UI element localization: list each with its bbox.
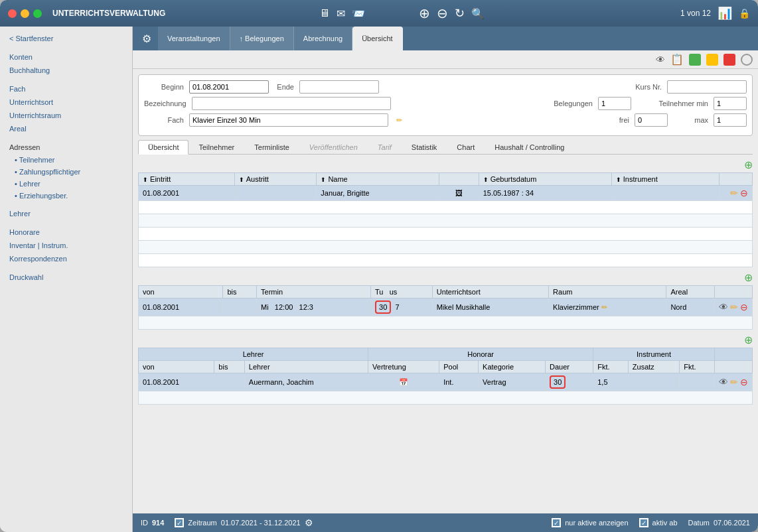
frei-input[interactable] (635, 113, 668, 127)
sub-tab-statistik[interactable]: Statistik (402, 140, 447, 154)
sidebar-item-unterrichtsraum[interactable]: Unterrichtsraum (0, 109, 132, 122)
col-raum[interactable]: Raum (549, 286, 666, 299)
delete-row-icon[interactable]: ⊖ (740, 188, 748, 198)
add-participant-button[interactable]: ⊕ (744, 159, 753, 171)
col-lehrer-von[interactable]: von (139, 361, 214, 373)
sidebar-item-druckwahl[interactable]: Druckwahl (0, 271, 132, 284)
col-termin[interactable]: Termin (257, 286, 371, 299)
zeitraum-checkbox[interactable]: ✓ (175, 518, 184, 527)
delete-termin-icon[interactable]: ⊖ (740, 302, 748, 312)
sidebar-item-zahlungspflichtiger[interactable]: • Zahlungspflichtiger (0, 166, 132, 178)
sidebar-item-areal[interactable]: Areal (0, 122, 132, 135)
edit-fach-icon[interactable]: ✏ (394, 116, 402, 125)
mail-icon[interactable]: ✉ (337, 7, 345, 20)
table-row[interactable]: 01.08.2001 Januar, Brigitte 🖼 15.05.1987… (139, 186, 753, 201)
tab-veranstaltungen[interactable]: Veranstaltungen (158, 27, 230, 50)
sidebar-item-korrespondenzen[interactable]: Korrespondenzen (0, 252, 132, 265)
beginn-input[interactable] (189, 80, 269, 94)
note-icon[interactable]: 📋 (670, 53, 684, 66)
col-geburtsdatum[interactable]: ⬆ Geburtsdatum (479, 173, 611, 186)
col-eintritt[interactable]: ⬆ Eintritt (139, 173, 235, 186)
sidebar-item-lehrer[interactable]: • Lehrer (0, 178, 132, 190)
add-termin-button[interactable]: ⊕ (744, 271, 753, 284)
aktiv-ab-checkbox[interactable]: ✓ (639, 518, 648, 527)
sidebar-item-lehrer-main[interactable]: Lehrer (0, 207, 132, 220)
col-lehrer-name[interactable]: Lehrer (244, 361, 368, 373)
col-unterrichtsort[interactable]: Unterrichtsort (432, 286, 548, 299)
col-bis[interactable]: bis (223, 286, 257, 299)
belegungen-input[interactable] (598, 97, 631, 110)
minimize-button[interactable] (21, 9, 29, 18)
sub-tab-terminliste[interactable]: Terminliste (244, 140, 299, 154)
add-lehrer-button[interactable]: ⊕ (744, 334, 753, 346)
col-turnus[interactable]: Tu us (371, 286, 433, 299)
nur-aktive-checkbox[interactable]: ✓ (552, 518, 561, 527)
view-termin-icon[interactable]: 👁 (719, 302, 728, 312)
status-yellow (706, 54, 718, 66)
col-vertretung[interactable]: Vertretung (368, 361, 439, 373)
teilnehmer-min-input[interactable] (714, 97, 747, 110)
col-fkt[interactable]: Fkt. (593, 361, 629, 373)
chart-bar-icon[interactable]: 📊 (718, 6, 732, 21)
sub-tab-uebersicht[interactable]: Übersicht (138, 140, 189, 155)
bezeichnung-input[interactable] (192, 97, 391, 110)
cell-kategorie: Vertrag (479, 373, 546, 391)
edit-termin-icon[interactable]: ✏ (730, 302, 738, 312)
col-austritt[interactable]: ⬆ Austritt (235, 173, 317, 186)
sidebar-item-honorare[interactable]: Honorare (0, 226, 132, 239)
col-dauer[interactable]: Dauer (546, 361, 593, 373)
sidebar-item-unterrichtsort[interactable]: Unterrichtsort (0, 96, 132, 109)
view-lehrer-icon[interactable]: 👁 (719, 377, 728, 387)
sidebar-item-inventar[interactable]: Inventar | Instrum. (0, 239, 132, 252)
col-name[interactable]: ⬆ Name (317, 173, 439, 186)
tab-uebersicht[interactable]: Übersicht (352, 27, 402, 50)
col-kategorie[interactable]: Kategorie (479, 361, 546, 373)
form-section: Beginn Ende Kurs Nr. Bezeichnung Belegun… (138, 74, 753, 136)
sub-tab-chart[interactable]: Chart (447, 140, 485, 154)
settings-icon[interactable]: ⚙ (139, 31, 154, 46)
cell-bis (223, 299, 257, 316)
fach-input[interactable] (189, 113, 388, 127)
table-row[interactable]: 01.08.2001 Mi 12:00 12:3 30 7 Mikel Musi… (139, 299, 753, 316)
cell-lehrer-name: Auermann, Joachim (244, 373, 368, 391)
sort-icon: ⬆ (321, 176, 326, 183)
maximize-button[interactable] (33, 9, 42, 18)
frei-label: frei (613, 116, 629, 124)
sidebar-item-fach[interactable]: Fach (0, 82, 132, 96)
sidebar-item-startfenster[interactable]: < Startfenster (0, 32, 132, 45)
sidebar-item-teilnehmer[interactable]: • Teilnehmer (0, 154, 132, 166)
col-pool[interactable]: Pool (439, 361, 479, 373)
close-button[interactable] (8, 9, 17, 18)
edit-lehrer-icon[interactable]: ✏ (730, 377, 738, 387)
tab-abrechnung[interactable]: Abrechnung (294, 27, 352, 50)
eye-icon[interactable]: 👁 (656, 54, 665, 65)
cell-unterrichtsort: Mikel Musikhalle (432, 299, 548, 316)
delete-lehrer-icon[interactable]: ⊖ (740, 377, 748, 387)
col-von[interactable]: von (139, 286, 223, 299)
sub-tab-haushalt[interactable]: Haushalt / Controlling (485, 140, 574, 154)
col-fkt2[interactable]: Fkt. (680, 361, 715, 373)
col-instrument[interactable]: ⬆ Instrument (611, 173, 719, 186)
edit-row-icon[interactable]: ✏ (730, 188, 738, 198)
aktiv-ab-label: aktiv ab (652, 519, 678, 527)
mail-open-icon[interactable]: 📨 (352, 7, 365, 20)
table-row[interactable]: 01.08.2001 Auermann, Joachim 📅 Int. Vert… (139, 373, 753, 391)
sidebar-item-buchhaltung[interactable]: Buchhaltung (0, 64, 132, 77)
search-icon[interactable]: 🔍 (471, 7, 485, 20)
cell-vertretung: 📅 (368, 373, 439, 391)
tab-belegungen[interactable]: ↑ Belegungen (230, 27, 294, 50)
sidebar-item-erziehungsber[interactable]: • Erziehungsber. (0, 190, 132, 202)
ende-input[interactable] (299, 80, 379, 94)
refresh-icon[interactable]: ↻ (455, 6, 465, 21)
sub-tab-teilnehmer[interactable]: Teilnehmer (189, 140, 244, 154)
col-areal[interactable]: Areal (666, 286, 714, 299)
col-lehrer-bis[interactable]: bis (214, 361, 244, 373)
monitor-icon[interactable]: 🖥 (319, 7, 330, 19)
kurs-nr-input[interactable] (667, 80, 747, 94)
add-circle-icon[interactable]: ⊕ (419, 5, 430, 21)
sidebar-item-konten[interactable]: Konten (0, 50, 132, 64)
zeitraum-settings-icon[interactable]: ⚙ (305, 517, 313, 528)
max-input[interactable] (714, 113, 747, 127)
minus-circle-icon[interactable]: ⊖ (437, 5, 448, 21)
col-zusatz[interactable]: Zusatz (628, 361, 679, 373)
